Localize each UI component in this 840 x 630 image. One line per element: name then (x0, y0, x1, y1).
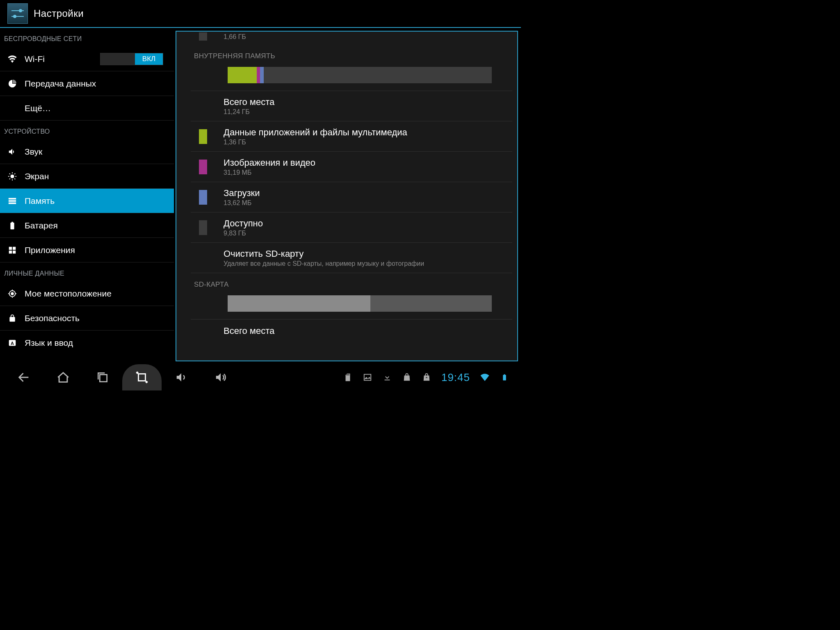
nav-screenshot[interactable] (122, 364, 162, 390)
wifi-status-icon (480, 372, 490, 382)
page-title: Настройки (34, 8, 84, 19)
svg-rect-13 (9, 198, 16, 199)
sd-card-icon (343, 372, 353, 382)
nav-recent[interactable] (83, 364, 122, 390)
swatch-pics (199, 160, 207, 174)
svg-point-21 (11, 292, 14, 295)
sidebar-item-label: Память (25, 196, 55, 206)
svg-text:A: A (11, 341, 14, 346)
row-value: 31,19 МБ (224, 169, 315, 176)
row-apps[interactable]: Данные приложений и файлы мультимедиа 1,… (191, 121, 512, 152)
download-icon (382, 372, 392, 382)
sidebar-item-sound[interactable]: Звук (0, 139, 174, 164)
row-value: 11,24 ГБ (224, 108, 274, 116)
apps-icon (7, 246, 17, 255)
row-available[interactable]: Доступно 9,83 ГБ (191, 212, 512, 243)
wifi-toggle[interactable]: ВКЛ (100, 53, 163, 65)
battery-status-icon (500, 372, 509, 382)
nav-home[interactable] (43, 364, 83, 390)
svg-point-4 (10, 174, 14, 178)
nav-volume-up[interactable] (201, 364, 240, 390)
title-bar: Настройки (0, 0, 521, 28)
swatch-available (199, 220, 207, 235)
row-label: Доступно (224, 218, 263, 229)
sidebar-item-label: Wi-Fi (25, 54, 45, 64)
sidebar-item-apps[interactable]: Приложения (0, 238, 174, 262)
swatch-empty (199, 324, 207, 338)
sidebar-item-language[interactable]: A Язык и ввод (0, 331, 174, 355)
sidebar-item-label: Передача данных (25, 79, 96, 89)
swatch-apps (199, 129, 207, 144)
sidebar-item-label: Ещё… (25, 103, 51, 113)
svg-rect-17 (13, 247, 16, 249)
sidebar-item-more[interactable]: Ещё… (0, 96, 174, 121)
toggle-on-label: ВКЛ (135, 53, 163, 65)
row-value: 1,36 ГБ (224, 139, 407, 146)
row-label: Всего места (224, 97, 274, 107)
svg-rect-15 (9, 202, 16, 204)
sidebar-item-data[interactable]: Передача данных (0, 71, 174, 96)
sidebar-item-storage[interactable]: Память (0, 189, 174, 213)
sidebar-item-display[interactable]: Экран (0, 164, 174, 189)
svg-rect-30 (139, 374, 146, 381)
category-wireless: БЕСПРОВОДНЫЕ СЕТИ (0, 28, 174, 47)
row-erase-sd[interactable]: Очистить SD-карту Удаляет все данные с S… (191, 243, 512, 273)
store-icon (402, 372, 412, 382)
svg-line-8 (14, 178, 15, 179)
svg-line-11 (9, 178, 10, 179)
wifi-icon (7, 54, 17, 64)
row-label: Изображения и видео (224, 158, 315, 168)
svg-rect-36 (347, 374, 348, 376)
svg-rect-19 (13, 250, 16, 253)
battery-icon (7, 221, 17, 230)
section-internal: ВНУТРЕННЯЯ ПАМЯТЬ (191, 45, 512, 64)
sidebar-item-security[interactable]: Безопасность (0, 306, 174, 331)
status-tray[interactable]: 19:45 (343, 371, 509, 384)
settings-icon (7, 3, 28, 24)
sound-icon (7, 147, 17, 156)
sidebar-item-wifi[interactable]: Wi-Fi ВКЛ (0, 47, 174, 71)
row-label: Загрузки (224, 188, 260, 199)
sidebar-item-location[interactable]: Мое местоположение (0, 281, 174, 306)
row-pictures[interactable]: Изображения и видео 31,19 МБ (191, 152, 512, 182)
row-label: Всего места (224, 326, 274, 336)
swatch-top (199, 32, 207, 41)
swatch-empty (199, 251, 207, 265)
location-icon (7, 289, 17, 298)
svg-rect-14 (9, 200, 16, 202)
store2-icon (422, 372, 431, 382)
row-total[interactable]: Всего места 11,24 ГБ (191, 91, 512, 121)
lock-icon (7, 314, 17, 323)
row-value: 9,83 ГБ (224, 230, 263, 237)
nav-volume-down[interactable] (162, 364, 201, 390)
svg-rect-35 (346, 374, 347, 376)
svg-rect-18 (9, 250, 12, 253)
row-sub: Удаляет все данные с SD-карты, например … (224, 260, 424, 267)
internal-storage-bar (228, 67, 492, 83)
row-value: 13,62 МБ (224, 199, 260, 207)
section-sd: SD-КАРТА (191, 273, 512, 292)
language-icon: A (7, 338, 17, 347)
row-downloads[interactable]: Загрузки 13,62 МБ (191, 182, 512, 212)
swatch-downloads (199, 190, 207, 205)
svg-point-3 (13, 15, 16, 18)
sidebar-item-battery[interactable]: Батарея (0, 213, 174, 238)
data-usage-icon (7, 79, 17, 88)
row-label: Очистить SD-карту (224, 249, 424, 259)
status-clock: 19:45 (441, 371, 470, 384)
row-sd-total[interactable]: Всего места (191, 320, 512, 338)
internal-storage-bar-row (191, 64, 512, 91)
category-device: УСТРОЙСТВО (0, 121, 174, 139)
sd-storage-bar-row (191, 292, 512, 320)
sidebar-item-label: Язык и ввод (25, 338, 73, 348)
svg-rect-29 (100, 374, 107, 381)
picture-icon (363, 372, 372, 382)
svg-line-12 (14, 173, 15, 174)
svg-point-1 (19, 9, 22, 12)
sidebar-item-label: Батарея (25, 221, 58, 231)
sidebar-item-label: Приложения (25, 245, 75, 255)
nav-back[interactable] (4, 364, 43, 390)
sd-storage-bar (228, 295, 492, 312)
sidebar-item-label: Экран (25, 171, 49, 181)
content-pane[interactable]: 1,66 ГБ ВНУТРЕННЯЯ ПАМЯТЬ Всего места 11… (176, 31, 518, 361)
